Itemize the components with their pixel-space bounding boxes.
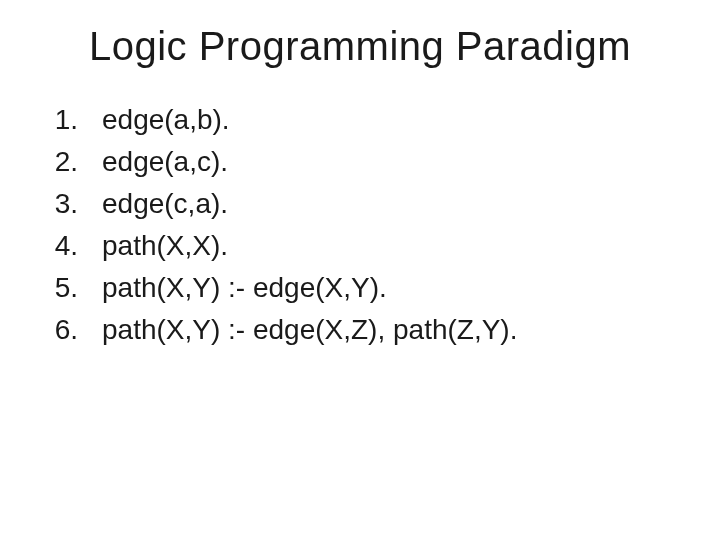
list-item: 3. edge(c,a). bbox=[40, 183, 680, 225]
list-text: path(X,Y) :- edge(X,Z), path(Z,Y). bbox=[102, 309, 680, 351]
list-item: 6. path(X,Y) :- edge(X,Z), path(Z,Y). bbox=[40, 309, 680, 351]
list-number: 1. bbox=[40, 99, 78, 141]
list-text: edge(c,a). bbox=[102, 183, 680, 225]
code-list: 1. edge(a,b). 2. edge(a,c). 3. edge(c,a)… bbox=[40, 99, 680, 351]
list-item: 2. edge(a,c). bbox=[40, 141, 680, 183]
slide-container: Logic Programming Paradigm 1. edge(a,b).… bbox=[0, 0, 720, 540]
list-number: 4. bbox=[40, 225, 78, 267]
list-text: edge(a,b). bbox=[102, 99, 680, 141]
list-text: path(X,Y) :- edge(X,Y). bbox=[102, 267, 680, 309]
list-number: 2. bbox=[40, 141, 78, 183]
list-number: 6. bbox=[40, 309, 78, 351]
list-number: 3. bbox=[40, 183, 78, 225]
list-item: 5. path(X,Y) :- edge(X,Y). bbox=[40, 267, 680, 309]
list-number: 5. bbox=[40, 267, 78, 309]
list-text: path(X,X). bbox=[102, 225, 680, 267]
list-text: edge(a,c). bbox=[102, 141, 680, 183]
list-item: 1. edge(a,b). bbox=[40, 99, 680, 141]
list-item: 4. path(X,X). bbox=[40, 225, 680, 267]
slide-title: Logic Programming Paradigm bbox=[40, 24, 680, 69]
